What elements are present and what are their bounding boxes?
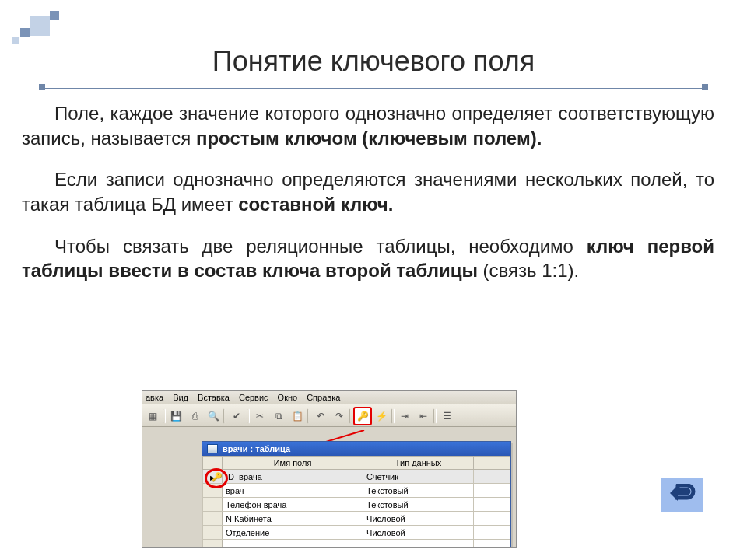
- menu-item[interactable]: авка: [146, 393, 163, 402]
- cell-type[interactable]: Счетчик: [363, 470, 474, 484]
- toolbar-separator: [349, 408, 352, 424]
- paste-icon[interactable]: 📋: [289, 408, 306, 425]
- menu-item[interactable]: Сервис: [239, 393, 268, 402]
- paragraph-2: Если записи однозначно определяются знач…: [22, 167, 714, 216]
- p3-text: Чтобы связать две реляционные таблицы, н…: [54, 236, 587, 257]
- slide: Понятие ключевого поля Поле, каждое знач…: [0, 0, 747, 560]
- window-titlebar: врачи : таблица: [202, 442, 510, 456]
- menu-bar: авка Вид Вставка Сервис Окно Справка: [142, 391, 516, 404]
- toolbar-separator: [391, 408, 395, 424]
- table-row[interactable]: Отделение Числовой: [203, 526, 510, 540]
- u-turn-arrow-icon: [667, 484, 698, 506]
- menu-item[interactable]: Справка: [307, 393, 340, 402]
- p3-tail: (связь 1:1).: [478, 260, 579, 281]
- col-blank: [474, 457, 510, 470]
- cell-name[interactable]: врач: [223, 484, 363, 498]
- cell-name[interactable]: Отделение: [223, 526, 363, 540]
- menu-item[interactable]: Окно: [278, 393, 298, 402]
- col-field-name: Имя поля: [223, 457, 363, 470]
- delete-rows-icon[interactable]: ⇤: [415, 408, 432, 425]
- slide-title: Понятие ключевого поля: [0, 45, 747, 78]
- lightning-icon[interactable]: ⚡: [373, 408, 390, 425]
- window-title: врачи : таблица: [223, 444, 290, 453]
- preview-icon[interactable]: 🔍: [205, 408, 222, 425]
- row-selector[interactable]: [203, 526, 223, 540]
- decorative-squares: [11, 11, 73, 42]
- cell-name[interactable]: ID_врача: [223, 470, 363, 484]
- toolbar-separator: [307, 408, 310, 424]
- paragraph-1: Поле, каждое значение которого однозначн…: [22, 101, 714, 150]
- table-icon: [207, 444, 218, 453]
- cell-type[interactable]: Числовой: [363, 512, 474, 526]
- cut-icon[interactable]: ✂: [251, 408, 268, 425]
- table-row[interactable]: ID_врача Счетчик: [203, 470, 510, 484]
- print-icon[interactable]: ⎙: [186, 408, 203, 425]
- menu-item[interactable]: Вставка: [198, 393, 230, 402]
- table-row[interactable]: N Кабинета Числовой: [203, 512, 510, 526]
- col-data-type: Тип данных: [363, 457, 474, 470]
- spellcheck-icon[interactable]: ✔: [228, 408, 245, 425]
- table-design-window: врачи : таблица Имя поля Тип данных ID_в…: [202, 441, 511, 548]
- primary-key-icon[interactable]: 🔑: [354, 408, 371, 425]
- cell-type[interactable]: Числовой: [363, 526, 474, 540]
- cell-name[interactable]: N Кабинета: [223, 512, 363, 526]
- key-icon: 🔑: [212, 472, 223, 482]
- back-button[interactable]: [661, 478, 703, 512]
- cell-name[interactable]: Телефон врача: [223, 498, 363, 512]
- row-selector[interactable]: [203, 540, 223, 548]
- redo-icon[interactable]: ↷: [331, 408, 348, 425]
- toolbar-separator: [247, 408, 250, 424]
- menu-item[interactable]: Вид: [173, 393, 188, 402]
- cell-type[interactable]: Текстовый: [363, 484, 474, 498]
- toolbar-view-icon[interactable]: ▦: [144, 408, 161, 425]
- toolbar-separator: [433, 408, 437, 424]
- table-row[interactable]: Телефон врача Текстовый: [203, 498, 510, 512]
- toolbar-separator: [223, 408, 226, 424]
- p2-bold: составной ключ.: [238, 194, 393, 215]
- table-row[interactable]: врач Текстовый: [203, 484, 510, 498]
- fields-table: Имя поля Тип данных ID_врача Счетчик вра…: [202, 456, 510, 548]
- insert-rows-icon[interactable]: ⇥: [396, 408, 413, 425]
- table-row[interactable]: [203, 540, 510, 548]
- toolbar-separator: [163, 408, 166, 424]
- row-selector[interactable]: [203, 498, 223, 512]
- undo-icon[interactable]: ↶: [312, 408, 329, 425]
- title-rule: [39, 86, 708, 89]
- key-highlight-circle: 🔑: [205, 468, 228, 488]
- cell-type[interactable]: Текстовый: [363, 498, 474, 512]
- toolbar: ▦ 💾 ⎙ 🔍 ✔ ✂ ⧉ 📋 ↶ ↷ 🔑 ⚡ ⇥ ⇤ ☰: [142, 404, 516, 427]
- properties-icon[interactable]: ☰: [438, 408, 455, 425]
- copy-icon[interactable]: ⧉: [270, 408, 287, 425]
- save-icon[interactable]: 💾: [167, 408, 184, 425]
- row-selector[interactable]: [203, 512, 223, 526]
- rowhead-header: [203, 457, 223, 470]
- paragraph-3: Чтобы связать две реляционные таблицы, н…: [22, 234, 714, 283]
- access-screenshot: авка Вид Вставка Сервис Окно Справка ▦ 💾…: [142, 390, 517, 548]
- p1-bold: простым ключом (ключевым полем).: [196, 128, 542, 149]
- body-text: Поле, каждое значение которого однозначн…: [22, 101, 714, 300]
